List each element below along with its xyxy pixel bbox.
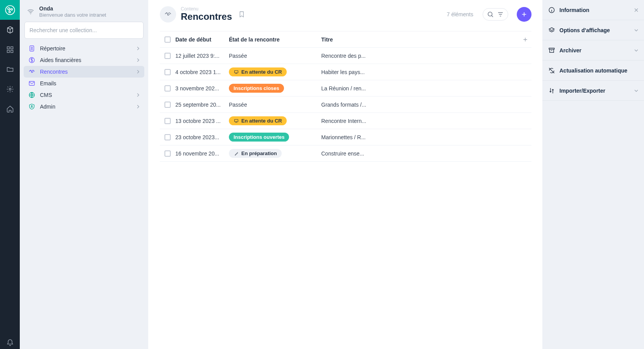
col-header-status[interactable]: État de la rencontre bbox=[229, 36, 321, 43]
module-files[interactable] bbox=[0, 59, 20, 79]
chevron-right-icon bbox=[135, 104, 141, 110]
rightbar-section-label: Options d'affichage bbox=[559, 27, 610, 33]
rightbar-section-archiver[interactable]: Archiver bbox=[542, 40, 644, 60]
module-notifications[interactable] bbox=[0, 339, 20, 347]
table-row[interactable]: 3 novembre 202...Inscriptions closesLa R… bbox=[160, 80, 531, 97]
svg-rect-18 bbox=[235, 119, 238, 122]
rightbar-section-information[interactable]: Information bbox=[542, 0, 644, 20]
row-checkbox[interactable] bbox=[164, 69, 171, 75]
col-header-date[interactable]: Date de début bbox=[175, 36, 229, 43]
svg-point-1 bbox=[7, 7, 9, 9]
svg-rect-6 bbox=[7, 50, 9, 52]
cell-status: Passée bbox=[229, 102, 321, 108]
table-row[interactable]: 13 octobre 2023 ...En attente du CRRenco… bbox=[160, 113, 531, 129]
svg-rect-7 bbox=[10, 50, 13, 52]
main-area: Contenu Rencontres 7 éléments bbox=[148, 0, 542, 349]
table-row[interactable]: 23 octobre 2023...Inscriptions ouvertesM… bbox=[160, 129, 531, 145]
rightbar-section-label: Information bbox=[559, 7, 589, 13]
rightbar-section-actualisation-automatique[interactable]: Actualisation automatique bbox=[542, 60, 644, 81]
chevron-right-icon bbox=[135, 92, 141, 98]
shield-user-icon bbox=[28, 102, 36, 111]
cube-icon bbox=[6, 26, 14, 34]
nav-item-cms[interactable]: CMS bbox=[24, 89, 144, 101]
filter-button[interactable] bbox=[497, 11, 504, 18]
status-badge: En attente du CR bbox=[229, 67, 287, 76]
svg-rect-17 bbox=[235, 71, 238, 73]
chevron-down-icon bbox=[633, 27, 639, 33]
svg-point-8 bbox=[9, 88, 11, 90]
add-item-button[interactable] bbox=[517, 7, 531, 22]
no-sync-icon bbox=[548, 67, 556, 74]
module-content[interactable] bbox=[0, 20, 20, 40]
row-checkbox[interactable] bbox=[164, 118, 171, 124]
nav-item-emails[interactable]: Emails bbox=[24, 78, 144, 89]
cell-title: Rencontre des p... bbox=[321, 53, 531, 59]
nav-item-label: Aides financières bbox=[40, 57, 81, 63]
cell-title: Habiter les pays... bbox=[321, 69, 531, 75]
nav-item-r-pertoire[interactable]: Répertoire bbox=[24, 43, 144, 54]
cell-status: En préparation bbox=[229, 149, 321, 158]
row-checkbox[interactable] bbox=[164, 134, 171, 140]
chevron-down-icon bbox=[633, 88, 639, 94]
row-checkbox[interactable] bbox=[164, 85, 171, 92]
module-bar bbox=[0, 0, 20, 349]
nav-item-rencontres[interactable]: Rencontres bbox=[24, 66, 144, 78]
table-header: Date de début État de la rencontre Titre bbox=[160, 31, 531, 48]
tenant-name: Onda bbox=[39, 5, 106, 12]
svg-rect-20 bbox=[549, 48, 554, 49]
info-icon bbox=[548, 6, 556, 14]
svg-rect-4 bbox=[7, 47, 9, 49]
row-checkbox[interactable] bbox=[164, 102, 171, 108]
row-checkbox[interactable] bbox=[164, 150, 171, 157]
globe-icon bbox=[28, 91, 36, 99]
cell-date: 25 septembre 20... bbox=[175, 102, 229, 108]
status-badge: Inscriptions ouvertes bbox=[229, 133, 289, 142]
collection-icon bbox=[160, 6, 176, 22]
module-settings[interactable] bbox=[0, 79, 20, 99]
nav-list: RépertoireAides financièresRencontresEma… bbox=[24, 43, 144, 112]
module-home[interactable] bbox=[0, 99, 20, 119]
table-row[interactable]: 4 octobre 2023 1...En attente du CRHabit… bbox=[160, 64, 531, 80]
search-button[interactable] bbox=[487, 11, 494, 18]
page-title: Rencontres bbox=[181, 12, 232, 22]
bookmark-icon bbox=[238, 11, 245, 18]
plus-icon bbox=[521, 11, 528, 18]
rightbar-section-options-d-affichage[interactable]: Options d'affichage bbox=[542, 20, 644, 40]
presentation-icon bbox=[234, 118, 239, 124]
select-all-checkbox[interactable] bbox=[164, 36, 171, 43]
nav-sidebar: Onda Bienvenue dans votre intranet Réper… bbox=[20, 0, 148, 349]
layers-icon bbox=[548, 26, 556, 34]
status-badge: En préparation bbox=[229, 149, 282, 158]
presentation-icon bbox=[234, 69, 239, 75]
col-header-title[interactable]: Titre bbox=[321, 36, 531, 43]
search-input[interactable] bbox=[24, 22, 144, 39]
close-button[interactable] bbox=[633, 7, 639, 13]
cell-status: Inscriptions ouvertes bbox=[229, 133, 321, 142]
table-row[interactable]: 16 novembre 20...En préparationConstruir… bbox=[160, 145, 531, 162]
table-row[interactable]: 25 septembre 20...PasséeGrands formats /… bbox=[160, 97, 531, 113]
cell-date: 23 octobre 2023... bbox=[175, 134, 229, 140]
module-dashboard[interactable] bbox=[0, 40, 20, 59]
table-row[interactable]: 12 juillet 2023 9:...PasséeRencontre des… bbox=[160, 48, 531, 64]
svg-point-0 bbox=[5, 5, 14, 14]
cell-date: 16 novembre 20... bbox=[175, 150, 229, 157]
add-column-button[interactable] bbox=[522, 36, 528, 43]
wifi-icon bbox=[26, 7, 35, 16]
nav-item-admin[interactable]: Admin bbox=[24, 101, 144, 112]
row-checkbox[interactable] bbox=[164, 53, 171, 59]
grid-icon bbox=[6, 46, 14, 54]
bookmark-toggle[interactable] bbox=[238, 11, 245, 18]
home-icon bbox=[6, 105, 14, 113]
status-badge: En attente du CR bbox=[229, 116, 287, 125]
rightbar-section-label: Importer/Exporter bbox=[559, 88, 605, 94]
nav-item-aides-financi-res[interactable]: Aides financières bbox=[24, 54, 144, 66]
rightbar-section-importer-exporter[interactable]: Importer/Exporter bbox=[542, 81, 644, 101]
tenant-logo[interactable] bbox=[0, 0, 20, 20]
cell-status: Passée bbox=[229, 53, 321, 59]
svg-point-16 bbox=[488, 12, 492, 16]
right-sidebar: InformationOptions d'affichageArchiverAc… bbox=[542, 0, 644, 349]
cell-title: La Réunion / ren... bbox=[321, 85, 531, 92]
contacts-icon bbox=[28, 44, 36, 53]
svg-rect-5 bbox=[10, 47, 13, 49]
cell-date: 3 novembre 202... bbox=[175, 85, 229, 92]
